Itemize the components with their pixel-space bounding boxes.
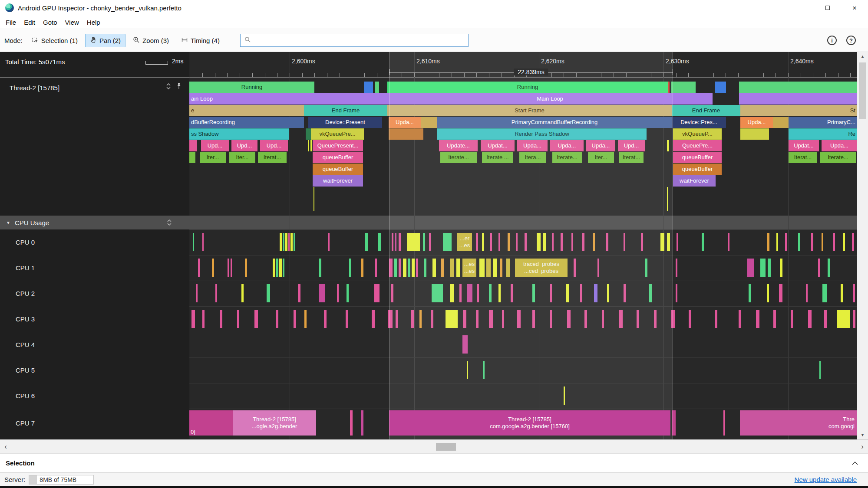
cpu-slice[interactable]	[532, 284, 535, 302]
cpu-slice[interactable]	[667, 233, 670, 251]
cpu-slice[interactable]	[304, 310, 307, 328]
cpu-slice[interactable]	[467, 284, 472, 302]
cpu-slice[interactable]	[361, 410, 363, 436]
trace-span[interactable]: Upda...	[389, 117, 421, 128]
cpu-slice[interactable]	[228, 259, 229, 277]
cpu-slice[interactable]	[723, 410, 725, 436]
cpu-slice[interactable]	[728, 233, 729, 251]
cpu-slice[interactable]	[450, 259, 454, 277]
cpu-slice[interactable]	[283, 233, 284, 251]
trace-span[interactable]: Updat...	[789, 140, 819, 151]
cpu-slice[interactable]	[780, 259, 782, 277]
cpu-slice[interactable]	[450, 284, 454, 302]
cpu-slice[interactable]	[689, 310, 691, 328]
cpu-slice[interactable]	[399, 233, 401, 251]
cpu-slice[interactable]	[486, 259, 491, 277]
trace-span[interactable]: Iterate...	[440, 152, 477, 163]
trace-span[interactable]: Upda...	[822, 140, 857, 151]
cpu-slice[interactable]	[624, 233, 625, 251]
scroll-down-arrow[interactable]: ▼	[857, 431, 868, 439]
cpu-slice[interactable]	[672, 410, 676, 436]
cpu-slice[interactable]	[283, 259, 284, 277]
cpu-slice[interactable]	[285, 233, 287, 251]
cpu-slice[interactable]: Thread-2 [15785]com.google.a2g.bender [1…	[389, 410, 670, 436]
cpu-slice[interactable]	[853, 310, 855, 328]
cpu-slice[interactable]	[483, 361, 485, 379]
mode-timing-button[interactable]: Timing (4)	[176, 34, 224, 47]
trace-span[interactable]: ss Shadow	[189, 128, 289, 140]
cpu-slice[interactable]	[267, 284, 270, 302]
cpu-slice[interactable]	[606, 233, 608, 251]
trace-span[interactable]: Upd...	[618, 140, 645, 151]
cpu-slice[interactable]	[508, 233, 510, 251]
trace-span[interactable]	[189, 140, 197, 151]
cpu-slice[interactable]	[456, 259, 460, 277]
cpu-slice[interactable]	[517, 310, 521, 328]
cpu-usage-header[interactable]: ▼ CPU Usage	[0, 216, 189, 229]
cpu-slice[interactable]	[806, 284, 808, 302]
vertical-scrollbar[interactable]: ▲ ▼	[857, 52, 868, 439]
trace-span[interactable]: vkQueuePre...	[311, 128, 364, 140]
cpu-slice[interactable]	[637, 310, 639, 328]
cpu-slice[interactable]	[432, 259, 436, 277]
cpu-slice[interactable]	[490, 233, 492, 251]
cpu-slice[interactable]	[198, 259, 200, 277]
trace-span[interactable]: Running	[189, 82, 314, 93]
cpu-slice[interactable]	[676, 259, 677, 277]
cpu-slice[interactable]	[671, 310, 675, 328]
cpu-slice[interactable]	[564, 386, 565, 405]
cpu-slice[interactable]	[660, 233, 664, 251]
cpu-slice[interactable]	[294, 233, 295, 251]
menu-file[interactable]: File	[2, 19, 20, 26]
cpu-slice[interactable]	[624, 284, 626, 302]
trace-span[interactable]: Iter...	[229, 152, 255, 163]
cpu-slice[interactable]	[511, 284, 513, 302]
cpu-slice[interactable]	[676, 284, 677, 302]
cpu-slice[interactable]	[202, 310, 205, 328]
cpu-slice[interactable]	[602, 310, 604, 328]
cpu-slice[interactable]	[749, 284, 751, 302]
trace-span[interactable]	[715, 82, 726, 93]
cpu-slice[interactable]	[853, 284, 855, 302]
cpu-slice[interactable]	[245, 259, 247, 277]
cpu-slice[interactable]	[493, 259, 497, 277]
scroll-right-arrow[interactable]: ›	[857, 440, 868, 454]
cpu-slice[interactable]	[739, 310, 741, 328]
trace-span[interactable]: queueBuffer	[673, 152, 722, 163]
cpu-slice[interactable]	[500, 259, 502, 277]
cpu-slice[interactable]: traced_probes...ced_probes	[515, 259, 568, 277]
cpu-slice[interactable]	[747, 259, 754, 277]
cpu-slice[interactable]	[552, 233, 554, 251]
cpu-slice[interactable]	[819, 361, 821, 379]
cpu-slice[interactable]	[193, 233, 194, 251]
trace-span[interactable]	[773, 117, 789, 128]
cpu-slice[interactable]	[767, 284, 769, 302]
cpu-slice[interactable]	[779, 284, 782, 302]
cpu-slice[interactable]	[231, 259, 232, 277]
horizontal-scrollbar[interactable]: ‹ ›	[0, 439, 868, 453]
cpu-slice[interactable]	[424, 259, 426, 277]
trace-span[interactable]: End Frame	[304, 105, 387, 116]
trace-span[interactable]: queueBuffer	[673, 164, 722, 175]
cpu-slice[interactable]	[407, 233, 420, 251]
cpu-slice[interactable]	[459, 284, 462, 302]
cpu-slice[interactable]	[476, 310, 479, 328]
cpu-slice[interactable]	[276, 310, 278, 328]
unfold-vertical-icon[interactable]	[167, 219, 172, 226]
cpu-slice[interactable]	[467, 361, 468, 379]
trace-span[interactable]: Re	[789, 128, 857, 140]
cpu-slice[interactable]	[645, 259, 647, 277]
menu-goto[interactable]: Goto	[39, 19, 61, 26]
cpu-slice[interactable]	[403, 259, 406, 277]
update-available-link[interactable]: New update available	[795, 476, 857, 483]
cpu-slice[interactable]	[702, 233, 704, 251]
cpu-slice[interactable]	[423, 233, 425, 251]
cpu-slice[interactable]	[767, 233, 769, 251]
cpu-slice[interactable]	[391, 284, 393, 302]
trace-span[interactable]: Upd...	[231, 140, 257, 151]
menu-edit[interactable]: Edit	[20, 19, 39, 26]
trace-span[interactable]: Iter...	[588, 152, 614, 163]
cpu-slice[interactable]	[191, 310, 195, 328]
cpu-slice[interactable]	[489, 310, 493, 328]
cpu-slice[interactable]	[543, 233, 546, 251]
